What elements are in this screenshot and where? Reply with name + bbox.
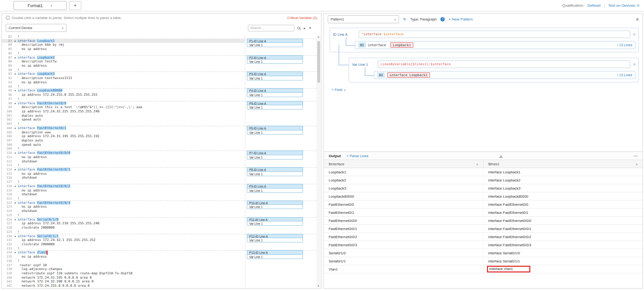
- code-line[interactable]: 107 duplex auto: [2, 139, 316, 143]
- search-icon[interactable]: [297, 27, 300, 30]
- fold-icon[interactable]: [14, 126, 18, 130]
- pattern-line-badge[interactable]: Var Line 1: [247, 155, 303, 160]
- pattern-line-badge[interactable]: Var Line 1: [247, 59, 303, 64]
- drag-handle-icon[interactable]: ≡: [633, 62, 635, 67]
- new-pattern-link[interactable]: + New Pattern: [449, 17, 473, 21]
- pattern-expression-input[interactable]: ^interface $interface: [359, 30, 630, 38]
- parsed-variable[interactable]: FastEthernet0/1: [37, 126, 66, 130]
- code-line[interactable]: 120 shutdown: [2, 192, 316, 197]
- code-line[interactable]: 115 no ip address Var Line 1: [2, 172, 316, 176]
- pattern-line-badge[interactable]: Var Line 1: [247, 188, 303, 193]
- parsed-variable[interactable]: FastEthernet0/0: [37, 101, 66, 105]
- code-line[interactable]: 106 ip address 172.24.31.195 255.255.255…: [2, 134, 316, 139]
- output-row[interactable]: Vlan1 interface Vlan1: [324, 265, 643, 273]
- qualification-defined-link[interactable]: Defined: [587, 3, 601, 8]
- pattern-line-badge[interactable]: Var Line 1: [247, 238, 303, 242]
- code-line[interactable]: 132 clockrate 2000000: [2, 242, 316, 247]
- fold-icon[interactable]: [14, 218, 18, 222]
- expand-lines-link[interactable]: ›13 Lines: [617, 43, 632, 47]
- output-row[interactable]: Loopback3 interface Loopback3: [324, 184, 643, 192]
- code-line[interactable]: 139 redistribute ospf 110 subnets route-…: [2, 271, 316, 276]
- pattern-select[interactable]: Pattern1 ∨: [328, 15, 399, 23]
- fold-icon[interactable]: [14, 184, 18, 189]
- code-line[interactable]: 123 no ip address Var Line 1: [2, 205, 316, 209]
- fold-icon[interactable]: [14, 234, 18, 239]
- code-line[interactable]: 140 network 172.24.31.195 0.0.0.0 area 0: [2, 276, 316, 280]
- edit-pattern-icon[interactable]: ✎: [403, 17, 407, 22]
- code-line[interactable]: 141 network 172.24.32.208 0.0.0.15 area …: [2, 280, 316, 284]
- config-editor[interactable]: 82 ! 83 interface Loopback1 P1-ID Line A: [2, 35, 316, 288]
- code-line[interactable]: 102 speed auto: [2, 118, 316, 122]
- output-row[interactable]: Loopback2 interface Loopback2: [324, 176, 643, 184]
- prev-match-button[interactable]: ▲: [303, 27, 306, 30]
- code-line[interactable]: 92 description testfwssss1111 Var Line 1: [2, 76, 316, 80]
- code-line[interactable]: 142 network 172.24.255.8 0.0.0.0 area 0: [2, 284, 316, 288]
- parsed-variable[interactable]: FastEthernet0/0/2: [37, 184, 70, 188]
- output-row[interactable]: FastEthernet0/0 interface FastEthernet0/…: [324, 201, 643, 209]
- add-field-link[interactable]: + Field∨: [332, 88, 346, 92]
- pattern-line-badge[interactable]: Var Line 1: [247, 171, 303, 176]
- code-line[interactable]: 105 description www Var Line 1: [2, 130, 316, 135]
- code-line[interactable]: 131 ip address 172.24.32.1 255.255.255.2…: [2, 238, 316, 242]
- scroll-up-icon[interactable]: ▲: [317, 35, 320, 38]
- code-line[interactable]: 128 clockrate 2000000: [2, 226, 316, 230]
- code-line[interactable]: 93 no ip address: [2, 80, 316, 85]
- code-line[interactable]: 119 no ip address Var Line 1: [2, 189, 316, 193]
- fold-icon[interactable]: [14, 151, 18, 155]
- scrollbar-thumb[interactable]: [317, 41, 320, 83]
- code-line[interactable]: 88 description testfw Var Line 1: [2, 60, 316, 64]
- parsed-variable[interactable]: Serial0/1/0: [37, 218, 59, 221]
- test-on-devices-link[interactable]: Test on Devices: 0: [608, 3, 639, 8]
- pattern-line-badge[interactable]: Var Line 1: [247, 92, 303, 97]
- code-line[interactable]: 111 no ip address Var Line 1: [2, 155, 316, 160]
- parsed-variable[interactable]: Loopback1: [37, 39, 55, 43]
- parsed-variable[interactable]: Loopback80000: [37, 89, 62, 92]
- fold-icon[interactable]: [14, 89, 18, 93]
- collapse-output-icon[interactable]: —: [634, 153, 638, 158]
- matched-variable[interactable]: interface Loopback1: [387, 72, 430, 78]
- fold-icon[interactable]: [14, 201, 18, 205]
- column-header-interface[interactable]: $interface ∨: [324, 160, 484, 168]
- pattern-line-badge[interactable]: Var Line 1: [247, 254, 303, 259]
- add-format-button[interactable]: +: [69, 1, 81, 10]
- parsed-variable[interactable]: Serial0/1/1: [37, 234, 59, 238]
- code-line[interactable]: 101 duplex auto: [2, 114, 316, 118]
- pattern-line-badge[interactable]: Var Line 1: [247, 204, 303, 209]
- code-line[interactable]: 99 description this is a test `~!@#$%^&*…: [2, 105, 316, 110]
- code-line[interactable]: 124 shutdown: [2, 209, 316, 213]
- output-row[interactable]: Serial0/1/1 interface Serial0/1/1: [324, 257, 643, 265]
- code-line[interactable]: 127 ip address 172.24.32.210 255.255.255…: [2, 221, 316, 226]
- drag-handle-icon[interactable]: ≡: [633, 32, 635, 37]
- parse-lines-link[interactable]: + Parse Lines: [347, 154, 369, 158]
- code-line[interactable]: 112 shutdown: [2, 160, 316, 164]
- expand-lines-link[interactable]: ›13 Lines: [617, 73, 632, 77]
- fold-icon[interactable]: [14, 101, 18, 106]
- output-row[interactable]: FastEthernet0/0/3 interface FastEthernet…: [324, 241, 643, 249]
- code-line[interactable]: 85 no ip address: [2, 47, 316, 51]
- parsed-variable[interactable]: Loopback3: [37, 72, 55, 76]
- output-row[interactable]: Loopback80000 interface Loopback80000: [324, 192, 643, 201]
- code-line[interactable]: 100 ip address 172.24.32.225 255.255.255…: [2, 110, 316, 114]
- parsed-variable[interactable]: Loopback2: [37, 56, 55, 60]
- next-match-button[interactable]: ▼: [309, 27, 312, 30]
- search-input[interactable]: [248, 25, 294, 31]
- code-line[interactable]: 89 no ip address: [2, 64, 316, 68]
- editor-scrollbar[interactable]: ▲ ▼: [316, 35, 321, 288]
- tab-format1[interactable]: Format1 ∨: [13, 1, 67, 10]
- fold-icon[interactable]: [14, 72, 18, 76]
- pattern-line-badge[interactable]: Var Line 1: [247, 130, 303, 135]
- code-line[interactable]: 138 log-adjacency-changes: [2, 267, 316, 271]
- code-line[interactable]: 108 speed auto: [2, 143, 316, 147]
- parsed-variable[interactable]: Vlan1: [37, 251, 47, 254]
- scroll-down-icon[interactable]: ▼: [317, 284, 320, 287]
- fold-icon[interactable]: [14, 56, 18, 60]
- matched-variable[interactable]: Loopback1: [390, 42, 413, 48]
- output-row[interactable]: FastEthernet0/0/1 interface FastEthernet…: [324, 225, 643, 233]
- help-icon[interactable]: ?: [440, 17, 445, 21]
- menu-icon[interactable]: ≡: [636, 17, 639, 22]
- parsed-variable[interactable]: FastEthernet0/0/3: [37, 201, 70, 205]
- pattern-line-badge[interactable]: Var Line 1: [247, 76, 303, 80]
- pattern-expression-input[interactable]: LinesByVariable[$lines1]:$interface: [378, 60, 630, 68]
- fold-icon[interactable]: [14, 39, 18, 43]
- fold-icon[interactable]: [14, 168, 18, 172]
